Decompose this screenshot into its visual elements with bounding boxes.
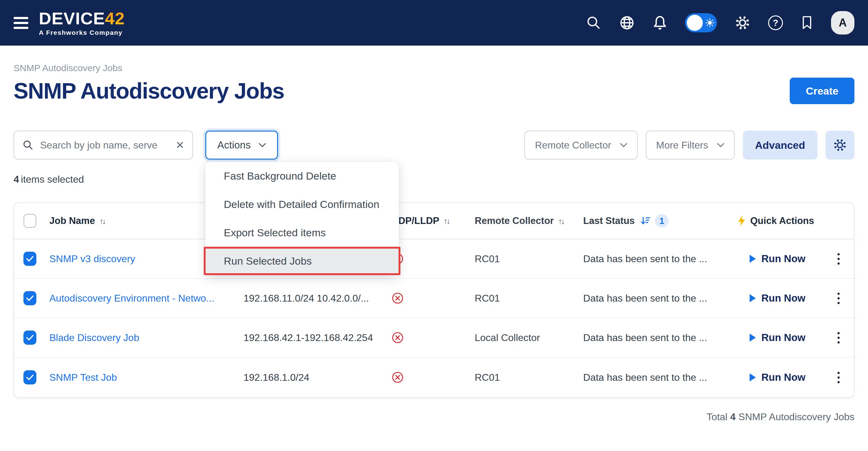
notifications-icon[interactable] [652,15,668,31]
toggle-knob [687,15,703,31]
column-header-cdp-lldp[interactable]: CDP/LLDP↑↓ [392,215,475,226]
create-button[interactable]: Create [790,77,855,104]
cdp-disabled-icon [392,371,404,384]
row-checkbox-checked[interactable] [24,291,36,305]
menu-item-run-selected-jobs[interactable]: Run Selected Jobs [204,247,400,275]
target-servers: 192.168.1.0/24 [244,372,392,383]
search-box[interactable]: ✕ [13,131,193,160]
table-row: SNMP Test Job 192.168.1.0/24 RC01 Data h… [14,358,854,397]
globe-icon[interactable] [619,15,635,31]
help-icon[interactable]: ? [768,15,783,30]
logo-subtitle: A Freshworks Company [39,29,125,36]
target-servers: 192.168.11.0/24 10.42.0.0/... [244,293,392,304]
row-menu-kebab-icon[interactable] [836,251,841,266]
job-name-link[interactable]: SNMP v3 discovery [49,253,135,264]
play-icon [749,373,756,382]
menu-item-delete-with-detailed-confirmation[interactable]: Delete with Detailed Confirmation [205,190,399,218]
job-name-link[interactable]: SNMP Test Job [49,372,117,383]
more-filters-button[interactable]: More Filters [646,131,735,160]
table-row: SNMP v3 discovery RC01 Data has been sen… [14,239,854,279]
run-now-button[interactable]: Run Now [749,253,805,265]
remote-collector-value: RC01 [475,372,583,383]
chevron-down-icon [717,143,724,148]
total-count: Total 4 SNMP Autodiscovery Jobs [13,411,855,423]
sort-icon: ↑↓ [558,217,564,226]
remote-collector-value: RC01 [475,293,583,304]
table-settings-button[interactable] [826,131,855,160]
select-all-checkbox[interactable] [24,214,36,228]
job-name-link[interactable]: Autodiscovery Environment - Netwo... [49,293,214,304]
column-header-remote-collector[interactable]: Remote Collector↑↓ [475,215,583,226]
top-navbar: DEVICE42 A Freshworks Company ? A [0,0,868,45]
row-menu-kebab-icon[interactable] [836,291,841,306]
sort-icon: ↑↓ [99,217,105,226]
logo-text: DEVICE [39,9,105,28]
column-header-quick-actions: Quick Actions [737,215,854,227]
last-status-value: Data has been sent to the ... [583,332,737,344]
lightning-icon [737,215,746,227]
search-input-icon [22,139,34,151]
gear-icon [832,137,848,153]
sun-icon [705,18,714,27]
table-header-row: Job Name↑↓ CDP/LLDP↑↓ Remote Collector↑↓… [14,203,854,239]
selection-count: 4items selected [13,174,855,185]
job-name-link[interactable]: Blade Discovery Job [49,332,139,343]
target-servers: 192.168.42.1-192.168.42.254 [244,332,392,344]
breadcrumb: SNMP Autodiscovery Jobs [13,63,855,73]
actions-menu: Fast Background Delete Delete with Detai… [205,162,399,275]
run-now-button[interactable]: Run Now [749,332,805,344]
menu-item-fast-background-delete[interactable]: Fast Background Delete [205,162,399,190]
play-icon [749,294,756,302]
table-row: Autodiscovery Environment - Netwo... 192… [14,279,854,318]
run-now-button[interactable]: Run Now [749,292,805,304]
play-icon [749,254,756,263]
row-checkbox-checked[interactable] [24,370,36,384]
last-status-value: Data has been sent to the ... [583,372,737,383]
page-title: SNMP Autodiscovery Jobs [13,78,284,103]
sort-descending-icon [640,216,651,226]
actions-dropdown-button[interactable]: Actions [205,131,278,160]
avatar[interactable]: A [831,11,855,34]
cdp-disabled-icon [392,331,404,344]
advanced-button[interactable]: Advanced [743,131,818,160]
table-row: Blade Discovery Job 192.168.42.1-192.168… [14,318,854,358]
sort-icon: ↑↓ [443,216,449,226]
column-header-last-status[interactable]: Last Status 1 [583,214,737,228]
row-menu-kebab-icon[interactable] [836,370,841,385]
chevron-down-icon [258,143,266,148]
bookmark-icon[interactable] [800,15,814,31]
search-icon[interactable] [586,15,602,31]
chevron-down-icon [620,143,627,148]
remote-collector-value: Local Collector [475,332,583,344]
settings-icon[interactable] [734,14,751,31]
jobs-table: Job Name↑↓ CDP/LLDP↑↓ Remote Collector↑↓… [13,202,855,398]
row-checkbox-checked[interactable] [24,330,36,345]
theme-toggle[interactable] [685,13,717,32]
last-status-value: Data has been sent to the ... [583,253,737,265]
cdp-disabled-icon [392,292,404,304]
last-status-value: Data has been sent to the ... [583,293,737,304]
remote-collector-filter[interactable]: Remote Collector [524,131,638,160]
logo-accent: 42 [105,9,125,28]
menu-icon[interactable] [13,17,28,29]
row-checkbox-checked[interactable] [24,252,36,266]
clear-search-icon[interactable]: ✕ [176,140,185,150]
sort-order-badge: 1 [655,214,669,228]
menu-item-export-selected-items[interactable]: Export Selected items [205,218,399,247]
row-menu-kebab-icon[interactable] [836,330,841,345]
play-icon [749,333,756,342]
search-input[interactable] [40,139,169,151]
remote-collector-value: RC01 [475,253,583,265]
device42-logo[interactable]: DEVICE42 A Freshworks Company [39,10,125,36]
run-now-button[interactable]: Run Now [749,372,805,383]
